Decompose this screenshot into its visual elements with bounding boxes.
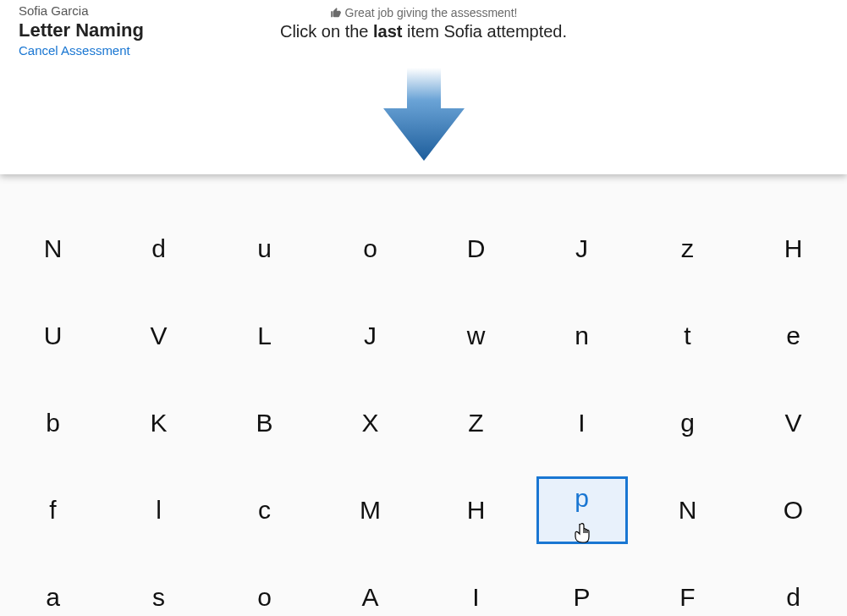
letter-glyph: I	[578, 409, 585, 437]
letter-cell[interactable]: J	[529, 205, 635, 292]
letter-cell[interactable]: V	[740, 379, 846, 466]
letter-glyph: f	[49, 496, 56, 525]
letter-glyph: A	[361, 583, 378, 612]
letter-glyph: a	[46, 583, 60, 612]
letter-grid-area: NduoDJzHUVLJwntebKBXZIgVflcMHpNOasoAIPFd	[0, 174, 847, 616]
letter-glyph: s	[152, 583, 165, 612]
letter-cell[interactable]: a	[0, 553, 106, 616]
letter-cell[interactable]: d	[106, 205, 212, 292]
letter-glyph: M	[360, 496, 381, 525]
letter-glyph: V	[150, 322, 167, 350]
thumbs-up-icon	[330, 7, 342, 19]
letter-cell[interactable]: X	[317, 379, 423, 466]
letter-cell[interactable]: f	[0, 466, 106, 553]
instruction-text: Click on the last item Sofia attempted.	[0, 22, 847, 41]
letter-cell[interactable]: l	[106, 466, 212, 553]
letter-glyph: c	[258, 496, 271, 525]
letter-cell[interactable]: K	[106, 379, 212, 466]
letter-cell[interactable]: N	[0, 205, 106, 292]
praise-text: Great job giving the assessment!	[345, 6, 518, 19]
letter-glyph: J	[364, 322, 377, 350]
letter-cell[interactable]: N	[635, 466, 740, 553]
letter-cell[interactable]: w	[423, 292, 529, 379]
letter-glyph: J	[575, 234, 588, 263]
letter-cell[interactable]: o	[212, 553, 317, 616]
letter-glyph: p	[575, 484, 589, 513]
instruction-pre: Click on the	[280, 22, 373, 41]
letter-glyph: g	[680, 409, 695, 437]
letter-cell[interactable]: P	[529, 553, 635, 616]
letter-glyph: D	[467, 234, 486, 263]
letter-glyph: U	[44, 322, 63, 350]
letter-glyph: e	[786, 322, 800, 350]
letter-glyph: H	[467, 496, 486, 525]
letter-glyph: l	[156, 496, 162, 525]
letter-glyph: N	[44, 234, 63, 263]
letter-grid: NduoDJzHUVLJwntebKBXZIgVflcMHpNOasoAIPFd	[0, 205, 846, 616]
letter-glyph: F	[679, 583, 695, 612]
letter-cell[interactable]: A	[317, 553, 423, 616]
letter-cell[interactable]: H	[423, 466, 529, 553]
letter-glyph: o	[363, 234, 377, 263]
letter-cell[interactable]: t	[635, 292, 740, 379]
letter-cell[interactable]: d	[740, 553, 846, 616]
letter-cell[interactable]: J	[317, 292, 423, 379]
letter-cell[interactable]: g	[635, 379, 740, 466]
letter-glyph: O	[784, 496, 803, 525]
letter-glyph: V	[784, 409, 801, 437]
letter-cell[interactable]: I	[529, 379, 635, 466]
letter-glyph: u	[257, 234, 272, 263]
cancel-assessment-link[interactable]: Cancel Assessment	[19, 43, 144, 58]
letter-glyph: z	[681, 234, 694, 263]
letter-cell[interactable]: z	[635, 205, 740, 292]
letter-glyph: K	[150, 409, 167, 437]
letter-cell[interactable]: O	[740, 466, 846, 553]
letter-glyph: o	[257, 583, 272, 612]
letter-glyph: P	[573, 583, 590, 612]
letter-cell[interactable]: Z	[423, 379, 529, 466]
down-arrow-icon	[365, 52, 483, 171]
letter-glyph: I	[472, 583, 479, 612]
assessment-header: Sofia Garcia Letter Naming Cancel Assess…	[0, 0, 847, 174]
letter-glyph: n	[575, 322, 589, 350]
letter-glyph: b	[46, 409, 60, 437]
letter-glyph: d	[151, 234, 166, 263]
letter-cell[interactable]: V	[106, 292, 212, 379]
letter-cell[interactable]: H	[740, 205, 846, 292]
letter-cell[interactable]: U	[0, 292, 106, 379]
letter-cell[interactable]: D	[423, 205, 529, 292]
letter-cell[interactable]: b	[0, 379, 106, 466]
letter-cell[interactable]: I	[423, 553, 529, 616]
praise-row: Great job giving the assessment!	[0, 5, 847, 19]
letter-glyph: d	[786, 583, 800, 612]
letter-cell[interactable]: B	[212, 379, 317, 466]
letter-cell[interactable]: o	[317, 205, 423, 292]
letter-glyph: w	[467, 322, 486, 350]
letter-glyph: H	[784, 234, 803, 263]
letter-cell[interactable]: u	[212, 205, 317, 292]
instruction-post: item Sofia attempted.	[402, 22, 567, 41]
letter-glyph: L	[257, 322, 272, 350]
instruction-bold: last	[373, 22, 402, 41]
letter-cell[interactable]: F	[635, 553, 740, 616]
letter-glyph: Z	[468, 409, 483, 437]
letter-cell[interactable]: p	[529, 466, 635, 553]
letter-glyph: N	[679, 496, 697, 525]
letter-cell[interactable]: e	[740, 292, 846, 379]
letter-glyph: B	[256, 409, 272, 437]
letter-cell[interactable]: n	[529, 292, 635, 379]
letter-cell[interactable]: s	[106, 553, 212, 616]
letter-cell[interactable]: c	[212, 466, 317, 553]
letter-glyph: X	[361, 409, 378, 437]
letter-cell[interactable]: L	[212, 292, 317, 379]
letter-cell[interactable]: M	[317, 466, 423, 553]
letter-glyph: t	[684, 322, 690, 350]
